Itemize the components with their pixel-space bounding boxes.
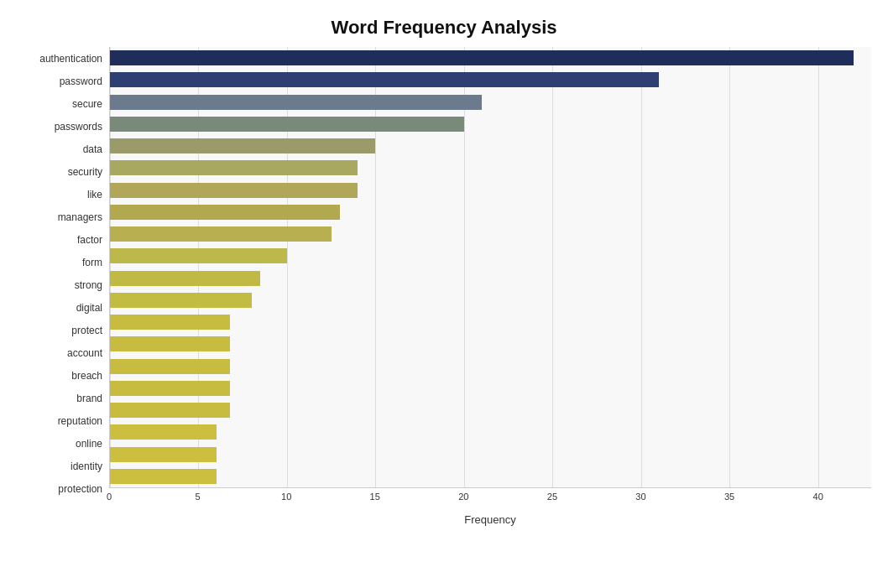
bar <box>110 315 230 330</box>
grid-line <box>375 47 376 487</box>
chart-title: Word Frequency Analysis <box>17 17 871 39</box>
bar-row <box>110 335 871 353</box>
bar-row <box>110 357 871 376</box>
plot-area: 0510152025303540 Frequency <box>109 47 871 526</box>
bar <box>110 205 340 220</box>
bar-row <box>110 70 871 89</box>
bar <box>110 226 332 242</box>
bar-row <box>110 467 871 486</box>
y-axis-label: reputation <box>58 416 102 426</box>
y-axis-label: authentication <box>39 54 102 64</box>
bar-row <box>110 379 871 398</box>
grid-line <box>729 47 730 487</box>
y-axis-label: managers <box>58 212 102 222</box>
bar-row <box>110 291 871 310</box>
y-axis-label: account <box>67 348 102 358</box>
x-axis: 0510152025303540 <box>109 492 871 508</box>
bar-row <box>110 181 871 200</box>
x-tick: 15 <box>370 492 380 502</box>
grid-line <box>552 47 553 487</box>
bar-row <box>110 247 871 265</box>
bar-row <box>110 203 871 221</box>
chart-container: Word Frequency Analysis authenticationpa… <box>0 0 888 588</box>
y-axis-label: breach <box>71 371 102 381</box>
bar-row <box>110 137 871 155</box>
bar <box>110 271 260 286</box>
bar <box>110 447 217 462</box>
bar-row <box>110 49 871 67</box>
bar <box>110 469 217 484</box>
y-axis-label: passwords <box>55 122 102 132</box>
bar <box>110 95 482 110</box>
bar-row <box>110 159 871 177</box>
y-axis-label: password <box>60 76 102 86</box>
bars-container <box>109 47 871 488</box>
x-tick: 30 <box>635 492 645 502</box>
grid-line <box>287 47 288 487</box>
bar <box>110 359 230 374</box>
x-tick: 0 <box>107 492 112 502</box>
y-axis-label: secure <box>72 99 102 109</box>
bar <box>110 381 230 396</box>
bar-row <box>110 445 871 464</box>
y-axis-label: strong <box>75 280 102 290</box>
bar <box>110 293 252 308</box>
bar <box>110 248 287 263</box>
grid-line <box>818 47 819 487</box>
y-axis-label: digital <box>76 303 102 313</box>
bar <box>110 117 464 132</box>
bar-row <box>110 269 871 288</box>
bar-row <box>110 115 871 133</box>
bar <box>110 72 659 87</box>
y-axis-label: security <box>68 167 102 177</box>
x-tick: 10 <box>281 492 291 502</box>
bar-row <box>110 313 871 331</box>
bar <box>110 160 358 175</box>
bar-row <box>110 423 871 441</box>
y-axis-label: factor <box>77 235 102 245</box>
bar <box>110 403 230 418</box>
y-axis-label: like <box>87 190 102 200</box>
y-axis-label: brand <box>76 393 102 403</box>
y-axis-label: protect <box>71 325 102 336</box>
grid-line <box>641 47 642 487</box>
bar <box>110 424 217 440</box>
chart-area: authenticationpasswordsecurepasswordsdat… <box>17 47 871 526</box>
y-axis-label: identity <box>71 461 102 471</box>
bar <box>110 50 854 65</box>
x-axis-label: Frequency <box>109 513 871 526</box>
x-tick: 20 <box>458 492 468 502</box>
grid-line <box>110 47 111 487</box>
bar <box>110 183 358 198</box>
y-axis-label: form <box>82 258 102 268</box>
bar-row <box>110 93 871 112</box>
y-axis-label: protection <box>58 484 102 494</box>
y-axis-label: online <box>76 439 102 449</box>
bar-row <box>110 401 871 419</box>
bar <box>110 336 230 351</box>
grid-line <box>464 47 465 487</box>
grid-line <box>198 47 199 487</box>
x-tick: 25 <box>547 492 557 502</box>
x-tick: 40 <box>813 492 823 502</box>
bar <box>110 138 375 154</box>
y-labels: authenticationpasswordsecurepasswordsdat… <box>17 47 109 526</box>
x-tick: 5 <box>196 492 201 502</box>
x-tick: 35 <box>724 492 734 502</box>
y-axis-label: data <box>83 144 102 154</box>
bar-row <box>110 225 871 243</box>
